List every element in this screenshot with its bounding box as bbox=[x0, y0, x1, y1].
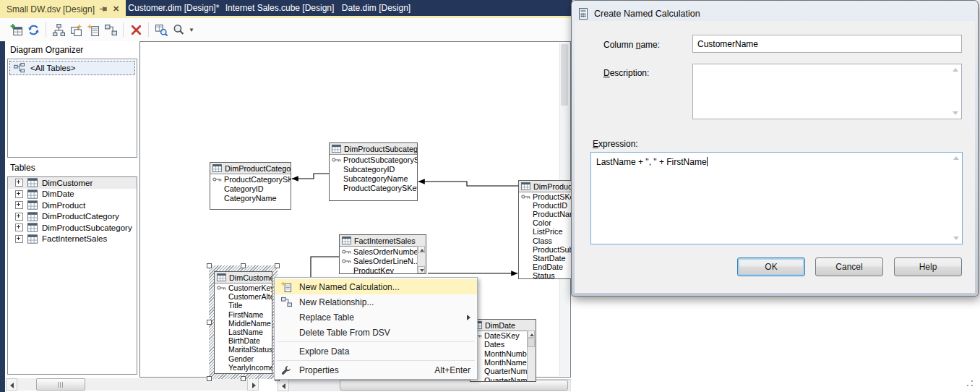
selection-handle[interactable] bbox=[207, 376, 212, 381]
close-tab-icon[interactable]: ✕ bbox=[113, 5, 119, 13]
entity-header[interactable]: DimProductCategory bbox=[210, 163, 291, 174]
resize-grip[interactable] bbox=[967, 380, 973, 386]
table-tree-item[interactable]: DimCustomer bbox=[8, 177, 137, 189]
add-table-button[interactable] bbox=[7, 21, 25, 38]
scrollbar-thumb[interactable] bbox=[36, 378, 85, 391]
new-named-calculation-button[interactable] bbox=[85, 21, 102, 38]
tab-internet-sales-cube[interactable]: Internet Sales.cube [Design] bbox=[225, 0, 334, 16]
entity-dimproductsubcategory[interactable]: DimProductSubcategory ProductSubcategory… bbox=[329, 142, 418, 201]
entity-field-row[interactable]: ProductKey bbox=[340, 265, 418, 274]
expand-plus-icon[interactable] bbox=[15, 223, 23, 231]
entity-field-row[interactable]: ProductCategorySK... bbox=[210, 174, 291, 184]
cancel-button[interactable]: Cancel bbox=[815, 257, 883, 276]
scroll-up-icon[interactable] bbox=[418, 246, 425, 253]
entity-field-row[interactable]: YearlyIncome bbox=[215, 363, 272, 372]
entity-field-row[interactable]: CustomerAltern bbox=[215, 292, 272, 301]
entity-scrollbar[interactable] bbox=[527, 331, 536, 381]
entity-field-row[interactable]: Title bbox=[215, 301, 272, 310]
entity-field-row[interactable]: CategoryName bbox=[210, 193, 291, 203]
menu-item-delete-table-from-dsv[interactable]: Delete Table From DSV bbox=[275, 325, 477, 340]
entity-field-row[interactable]: SubcategoryID bbox=[330, 164, 417, 174]
entity-field-row[interactable]: LastName bbox=[215, 328, 272, 336]
entity-field-row[interactable]: QuarterName bbox=[470, 375, 528, 382]
entity-field-row[interactable]: MaritalStatus bbox=[215, 345, 272, 354]
diagram-item-all-tables[interactable]: <All Tables> bbox=[9, 61, 135, 75]
selection-handle[interactable] bbox=[275, 263, 280, 268]
entity-header[interactable]: DimProductSubcategory bbox=[330, 143, 417, 155]
entity-field-row[interactable]: SalesOrderNumber bbox=[340, 247, 418, 256]
selection-handle[interactable] bbox=[241, 376, 246, 381]
entity-field-row[interactable]: Gender bbox=[215, 354, 272, 363]
scroll-up-icon[interactable] bbox=[528, 331, 535, 338]
entity-field-row[interactable]: SubcategoryName bbox=[330, 174, 417, 183]
selection-handle[interactable] bbox=[241, 263, 246, 268]
explore-data-button[interactable] bbox=[152, 21, 170, 38]
refresh-button[interactable] bbox=[25, 21, 42, 38]
menu-item-explore-data[interactable]: Explore Data bbox=[275, 344, 477, 359]
selection-handle[interactable] bbox=[207, 320, 212, 325]
entity-field-row[interactable]: QuarterNumber bbox=[470, 367, 528, 375]
entity-field-row[interactable]: MonthName bbox=[470, 358, 528, 367]
pin-icon[interactable] bbox=[100, 5, 108, 13]
table-tree-item[interactable]: DimProductSubcategory bbox=[8, 222, 137, 234]
expand-plus-icon[interactable] bbox=[15, 179, 23, 187]
dialog-title-bar[interactable]: Create Named Calculation bbox=[575, 4, 975, 22]
expand-plus-icon[interactable] bbox=[15, 190, 23, 198]
table-tree-item[interactable]: DimProductCategory bbox=[8, 211, 137, 223]
entity-field-row[interactable]: DateSKey bbox=[470, 331, 528, 340]
expand-plus-icon[interactable] bbox=[15, 213, 23, 221]
menu-item-new-named-calculation[interactable]: New Named Calculation... bbox=[275, 279, 477, 294]
delete-button[interactable] bbox=[127, 21, 145, 38]
entity-field-row[interactable]: CustomerKey bbox=[215, 284, 272, 292]
menu-item-properties[interactable]: Properties Alt+Enter bbox=[275, 362, 477, 378]
sidebar-horizontal-scrollbar[interactable] bbox=[6, 378, 259, 391]
menu-item-replace-table[interactable]: Replace Table bbox=[275, 310, 477, 325]
arrange-tables-button[interactable] bbox=[50, 21, 67, 38]
scroll-left-icon[interactable] bbox=[6, 378, 17, 391]
expand-plus-icon[interactable] bbox=[15, 235, 23, 243]
menu-item-new-relationship[interactable]: New Relationship... bbox=[275, 294, 477, 310]
expand-plus-icon[interactable] bbox=[15, 201, 23, 209]
entity-dimdate[interactable]: DimDate DateSKey Dates MonthNumber bbox=[470, 319, 536, 382]
entity-field-row[interactable]: MonthNumber bbox=[470, 349, 528, 358]
entity-field-row[interactable]: SalesOrderLineN... bbox=[340, 256, 418, 265]
entity-factinternetsales[interactable]: FactInternetSales SalesOrderNumber Sales… bbox=[339, 234, 426, 274]
scrollbar-thumb[interactable] bbox=[561, 44, 568, 106]
field-name: ProductCategorySK... bbox=[224, 175, 291, 184]
table-tree-item[interactable]: DimProduct bbox=[8, 200, 137, 211]
expression-input[interactable]: LastName + ", " + FirstName bbox=[590, 152, 963, 244]
entity-field-row[interactable]: MiddleName bbox=[215, 319, 272, 328]
entity-field-row[interactable]: CategoryID bbox=[210, 184, 291, 193]
new-named-query-button[interactable] bbox=[67, 21, 85, 38]
table-tree-item[interactable]: DimDate bbox=[8, 189, 137, 200]
entity-header[interactable]: DimCustomer bbox=[215, 272, 272, 284]
tab-small-dw-dsv[interactable]: Small DW.dsv [Design] ✕ bbox=[0, 0, 126, 18]
scrollbar-thumb[interactable] bbox=[528, 338, 535, 347]
tab-dim-customer-dim[interactable]: Dim Customer.dim [Design]* bbox=[114, 0, 215, 16]
table-tree-item[interactable]: FactInternetSales bbox=[8, 234, 137, 245]
entity-field-row[interactable]: ProductCategorySKey bbox=[330, 183, 417, 192]
tab-label: Dim Customer.dim [Design]* bbox=[111, 3, 220, 13]
entity-field-row[interactable]: ProductSubcategorySK... bbox=[330, 155, 417, 164]
entity-field-row[interactable]: Dates bbox=[470, 340, 528, 349]
selection-handle[interactable] bbox=[207, 263, 212, 268]
column-name-input[interactable]: CustomerName bbox=[692, 35, 962, 53]
entity-dimcustomer[interactable]: DimCustomer CustomerKey CustomerAltern T… bbox=[214, 271, 272, 374]
field-name: SubcategoryID bbox=[343, 165, 395, 174]
new-relationship-button[interactable] bbox=[102, 21, 119, 38]
entity-field-row[interactable]: BirthDate bbox=[215, 336, 272, 345]
ok-button[interactable]: OK bbox=[737, 257, 805, 276]
entity-header[interactable]: DimDate bbox=[470, 320, 536, 331]
tab-date-dim[interactable]: Date.dim [Design] bbox=[331, 0, 421, 16]
entity-scrollbar[interactable] bbox=[417, 246, 426, 273]
entity-dimproductcategory[interactable]: DimProductCategory ProductCategorySK... … bbox=[210, 162, 291, 210]
description-input[interactable] bbox=[692, 64, 962, 119]
zoom-dropdown-caret[interactable]: ▼ bbox=[189, 27, 194, 33]
zoom-button[interactable] bbox=[170, 21, 187, 38]
scroll-right-icon[interactable] bbox=[247, 378, 259, 391]
scroll-down-icon[interactable] bbox=[418, 266, 425, 273]
help-button[interactable]: Help bbox=[894, 257, 962, 276]
entity-header[interactable]: FactInternetSales bbox=[340, 235, 426, 247]
table-icon bbox=[27, 212, 38, 221]
entity-field-row[interactable]: FirstName bbox=[215, 310, 272, 319]
